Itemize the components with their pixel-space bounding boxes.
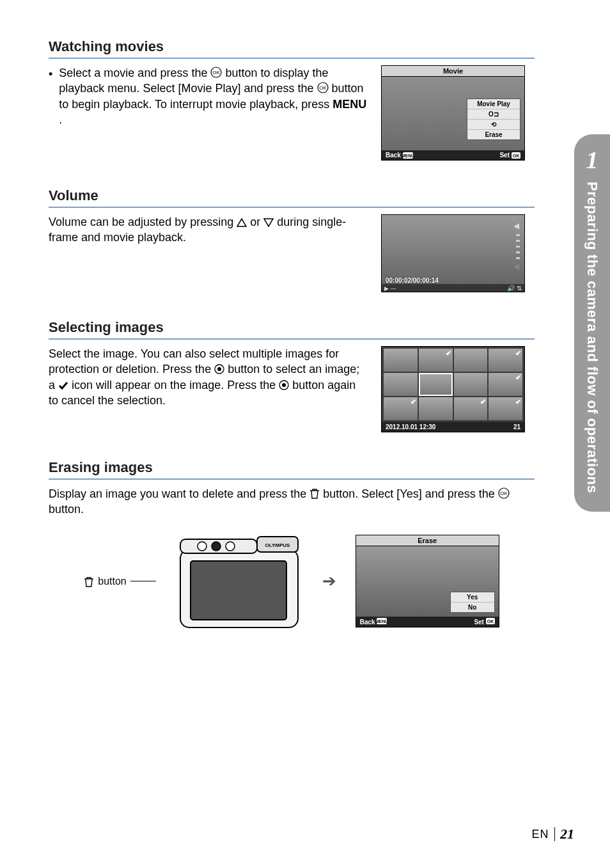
thumbnail: ✔ [419,349,453,372]
svg-point-23 [226,542,235,551]
thumbnail-selected [419,373,453,396]
heading-erasing-images: Erasing images [49,459,535,480]
volume-updown-icon: 🔊 ⇅ [507,285,522,292]
trash-icon [309,487,320,499]
chapter-number: 1 [586,146,598,174]
volume-indicator [515,223,520,271]
back-label: Back MENU [386,152,413,159]
ok-button-icon: OK [317,82,329,93]
svg-text:OK: OK [513,154,520,158]
menu-word: MENU [332,98,366,111]
text: . [59,113,62,126]
thumbnail [454,373,488,396]
grid-count: 21 [513,423,520,430]
menu-item-erase: Erase [467,130,520,139]
thumbnail: ✔ [489,373,522,396]
option-no: No [451,603,494,612]
speaker-icon [514,223,522,230]
checkmark-icon: ✔ [515,374,521,382]
ok-button-icon: OK [210,67,222,78]
thumbnail [419,397,453,420]
menu-item-rotate: O⊐ [467,109,520,120]
svg-text:MENU: MENU [403,154,413,158]
thumbnail: ✔ [384,397,418,420]
checkmark-icon [58,381,68,390]
heading-selecting-images: Selecting images [49,319,535,340]
footer-page-number: 21 [560,826,574,842]
checkmark-icon: ✔ [515,398,521,406]
option-yes: Yes [451,592,494,603]
select-grid-screenshot: ✔ ✔ ✔ ✔ ✔ ✔ 2012.10.01 12:30 [381,346,525,432]
thumbnail [384,373,418,396]
menu-item-movie-play: Movie Play [467,99,520,109]
arrow-icon: ➔ [322,571,336,591]
svg-marker-8 [237,219,246,226]
thumbnail [454,349,488,372]
page-footer: EN 21 [531,826,574,842]
chapter-title: Preparing the camera and flow of operati… [584,182,600,493]
thumbnail: ✔ [489,397,522,420]
checkmark-icon: ✔ [515,349,521,358]
back-label: Back MENU [360,618,387,626]
thumbnail [384,349,418,372]
chapter-tab: 1 Preparing the camera and flow of opera… [574,134,610,512]
footer-lang: EN [531,828,549,841]
svg-rect-19 [191,561,286,620]
svg-text:MENU: MENU [377,619,387,624]
set-label: Set OK [474,618,494,626]
svg-marker-9 [264,219,273,226]
svg-text:OK: OK [487,619,494,624]
text: Select a movie and press the [59,67,210,79]
svg-text:OK: OK [500,491,508,496]
play-icon: ▶ — [384,285,396,292]
svg-point-13 [217,367,221,371]
checkmark-icon: ✔ [446,349,451,358]
screen-title: Erase [356,535,499,546]
text: or [250,216,263,228]
svg-point-15 [282,383,286,387]
movie-menu-overlay: Movie Play O⊐ ⟲ Erase [467,99,520,140]
svg-text:OK: OK [213,70,221,75]
volume-screenshot: 00:00:02/00:00:14 ▶ — 🔊 ⇅ [381,214,525,292]
heading-watching-movies: Watching movies [49,38,535,59]
rec-button-icon [214,364,224,374]
svg-marker-11 [515,264,519,270]
rec-button-icon [279,380,289,390]
bullet-dot: • [49,65,52,127]
heading-volume: Volume [49,187,535,208]
menu-item-share: ⟲ [467,120,520,130]
erase-options: Yes No [450,592,495,613]
trash-icon [84,576,94,587]
erase-confirm-screenshot: Erase Yes No Back MENU Set OK [356,535,499,627]
trash-button-callout: button [84,576,155,587]
checkmark-icon: ✔ [411,398,416,406]
down-triangle-icon [263,218,274,227]
grid-date: 2012.10.01 12:30 [386,423,435,430]
svg-text:OLYMPUS: OLYMPUS [265,542,290,548]
ok-button-icon: OK [498,487,510,499]
up-triangle-icon [237,218,247,227]
thumbnail: ✔ [454,397,488,420]
erasing-text: Display an image you want to delete and … [49,486,535,517]
svg-point-22 [212,542,221,551]
checkmark-icon: ✔ [480,398,486,406]
camera-illustration: OLYMPUS [175,530,303,633]
thumbnail: ✔ [489,349,522,372]
watching-bullet: • Select a movie and press the OK button… [49,65,368,127]
svg-marker-10 [515,223,519,230]
timecode: 00:00:02/00:00:14 [386,277,439,284]
movie-menu-screenshot: Movie Movie Play O⊐ ⟲ Erase Back MENU [381,65,525,161]
svg-point-21 [198,542,207,551]
text: icon will appear on the image. Press the [72,379,279,391]
screen-title: Movie [382,66,524,77]
svg-text:OK: OK [319,85,327,91]
set-label: Set OK [499,152,520,159]
speaker-mute-icon [514,263,522,271]
text: Volume can be adjusted by pressing [49,216,237,228]
